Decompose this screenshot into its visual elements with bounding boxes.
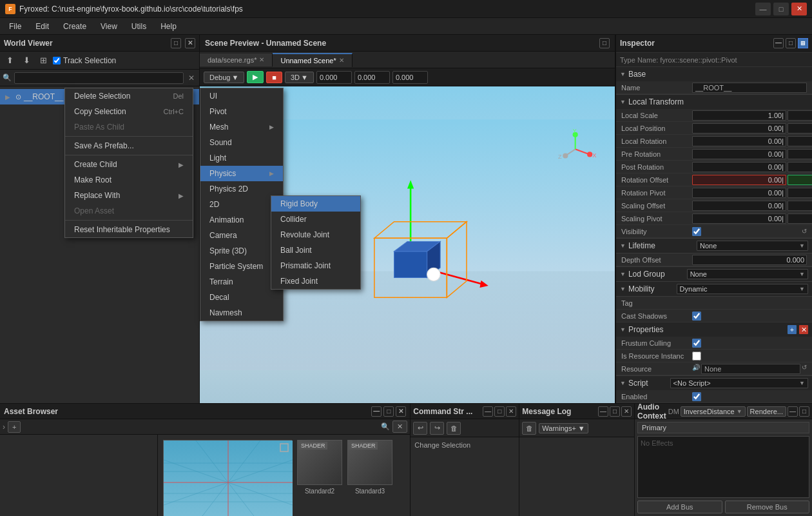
properties-add-button[interactable]: + [788, 325, 797, 334]
rot-pivot-x-input[interactable] [692, 188, 786, 198]
asset-browser-float-button[interactable]: — [371, 406, 382, 417]
submenu-light[interactable]: Light [200, 150, 283, 166]
lod-group-dropdown[interactable]: None ▼ [687, 269, 808, 279]
frustum-culling-checkbox[interactable] [692, 339, 701, 348]
scale-offset-x-input[interactable] [692, 201, 786, 211]
inspector-max-button[interactable]: □ [786, 38, 796, 48]
scene-preview-float-button[interactable]: □ [599, 38, 610, 48]
section-base-header[interactable]: ▼ Base [616, 67, 812, 81]
rot-pivot-y-input[interactable] [788, 188, 812, 198]
asset-add-button[interactable]: + [8, 421, 21, 433]
pos-x-input[interactable] [692, 123, 786, 134]
lifetime-dropdown[interactable]: None ▼ [697, 241, 808, 251]
menu-create[interactable]: Create [57, 20, 93, 33]
message-log-float-button[interactable]: — [598, 406, 608, 417]
inspector-float-button[interactable]: — [773, 38, 784, 48]
tab-unnamed-scene-close[interactable]: ✕ [339, 57, 344, 64]
submenu-physics[interactable]: Physics [200, 166, 283, 181]
enabled-checkbox[interactable] [692, 392, 701, 401]
play-button[interactable]: ▶ [247, 71, 264, 83]
tab-scene-rgs-close[interactable]: ✕ [259, 56, 264, 63]
track-selection-checkbox[interactable] [53, 57, 61, 64]
menu-view[interactable]: View [94, 20, 124, 33]
pre-rot-y-input[interactable] [788, 149, 812, 159]
tab-unnamed-scene[interactable]: Unnamed Scene* ✕ [273, 53, 352, 67]
ctx-copy-selection[interactable]: Copy Selection Ctrl+C [65, 104, 193, 119]
ctx-create-child[interactable]: Create Child ▶ [65, 157, 193, 172]
menu-edit[interactable]: Edit [29, 20, 55, 33]
undo-button[interactable]: ↩ [413, 422, 427, 435]
rot-offset-y-input[interactable] [788, 175, 812, 185]
command-strip-max-button[interactable]: □ [494, 406, 505, 417]
scale-y-input[interactable] [788, 110, 812, 121]
message-log-clear-button[interactable]: 🗑 [522, 422, 536, 435]
scale-pivot-y-input[interactable] [788, 213, 812, 224]
rot-y-input[interactable] [788, 136, 812, 146]
world-viewer-close-button[interactable]: ✕ [185, 38, 195, 48]
wv-grid-button[interactable]: ⊞ [36, 54, 50, 68]
command-strip-close-button[interactable]: ✕ [506, 406, 516, 417]
search-clear-button[interactable]: ✕ [186, 73, 197, 83]
pre-rot-x-input[interactable] [692, 149, 786, 159]
section-lt-header[interactable]: ▼ Local Transform [616, 95, 812, 109]
redo-button[interactable]: ↪ [430, 422, 444, 435]
menu-file[interactable]: File [3, 20, 28, 33]
properties-remove-button[interactable]: ✕ [799, 325, 808, 334]
remove-bus-button[interactable]: Remove Bus [725, 501, 809, 513]
audio-float-button[interactable]: — [788, 406, 798, 417]
physics-prismatic-joint[interactable]: Prismatic Joint [271, 258, 360, 273]
physics-fixed-joint[interactable]: Fixed Joint [271, 273, 360, 289]
rot-offset-x-input[interactable] [692, 175, 786, 185]
ctx-replace-with[interactable]: Replace With ▶ [65, 188, 193, 203]
physics-rigid-body[interactable]: Rigid Body [271, 196, 360, 212]
world-viewer-search-input[interactable] [14, 72, 184, 84]
coord-z-input[interactable] [392, 71, 428, 84]
submenu-pivot[interactable]: Pivot [200, 104, 283, 119]
is-resource-instance-checkbox[interactable] [692, 352, 701, 361]
scale-pivot-x-input[interactable] [692, 213, 786, 224]
wv-up-button[interactable]: ⬆ [3, 54, 17, 68]
inspector-filter-button[interactable]: ⊞ [798, 38, 808, 48]
physics-collider[interactable]: Collider [271, 212, 360, 227]
section-script-header[interactable]: ▼ Script <No Script> ▼ [616, 376, 812, 390]
minimize-button[interactable]: — [755, 3, 771, 15]
submenu-decal[interactable]: Decal [200, 290, 283, 305]
submenu-ui[interactable]: UI [200, 88, 283, 104]
message-log-filter-dropdown[interactable]: Warnings+ ▼ [539, 423, 588, 433]
message-log-max-button[interactable]: □ [610, 406, 620, 417]
wv-down-button[interactable]: ⬇ [19, 54, 34, 68]
coord-x-input[interactable] [316, 71, 352, 84]
ctx-make-root[interactable]: Make Root [65, 172, 193, 188]
post-rot-x-input[interactable] [692, 162, 786, 172]
asset-close-button[interactable]: ✕ [392, 421, 407, 433]
mobility-dropdown[interactable]: Dynamic ▼ [677, 284, 808, 294]
menu-help[interactable]: Help [154, 20, 183, 33]
close-button[interactable]: ✕ [791, 3, 807, 15]
ctx-delete-selection[interactable]: Delete Selection Del [65, 88, 193, 104]
audio-renderer-dropdown[interactable]: Rendere... [747, 406, 786, 417]
scale-x-input[interactable] [692, 110, 786, 121]
asset-item-shader1[interactable]: SHADER Standard2 [297, 440, 342, 516]
depth-offset-input[interactable] [692, 255, 807, 265]
rot-x-input[interactable] [692, 136, 786, 146]
post-rot-y-input[interactable] [788, 162, 812, 172]
submenu-navmesh[interactable]: Navmesh [200, 305, 283, 321]
physics-ball-joint[interactable]: Ball Joint [271, 243, 360, 258]
physics-revolute-joint[interactable]: Revolute Joint [271, 227, 360, 243]
asset-item-shader2[interactable]: SHADER Standard3 [347, 440, 392, 516]
coord-y-input[interactable] [354, 71, 390, 84]
command-strip-float-button[interactable]: — [483, 406, 493, 417]
asset-browser-max-button[interactable]: □ [383, 406, 394, 417]
pos-y-input[interactable] [788, 123, 812, 134]
trash-button[interactable]: 🗑 [447, 422, 461, 435]
add-bus-button[interactable]: Add Bus [637, 501, 722, 513]
section-lod-header[interactable]: ▼ Lod Group None ▼ [616, 267, 812, 281]
ctx-save-as-prefab[interactable]: Save As Prefab... [65, 138, 193, 154]
scale-offset-y-input[interactable] [788, 201, 812, 211]
audio-distance-dropdown[interactable]: InverseDistance ▼ [681, 406, 746, 417]
submenu-mesh[interactable]: Mesh [200, 119, 283, 135]
tab-scene-rgs[interactable]: data/scene.rgs* ✕ [200, 54, 273, 66]
ctx-reset-inheritable[interactable]: Reset Inheritable Properties [65, 222, 193, 237]
thumbnail-maximize-icon[interactable] [280, 443, 289, 454]
stop-button[interactable]: ■ [266, 72, 282, 83]
